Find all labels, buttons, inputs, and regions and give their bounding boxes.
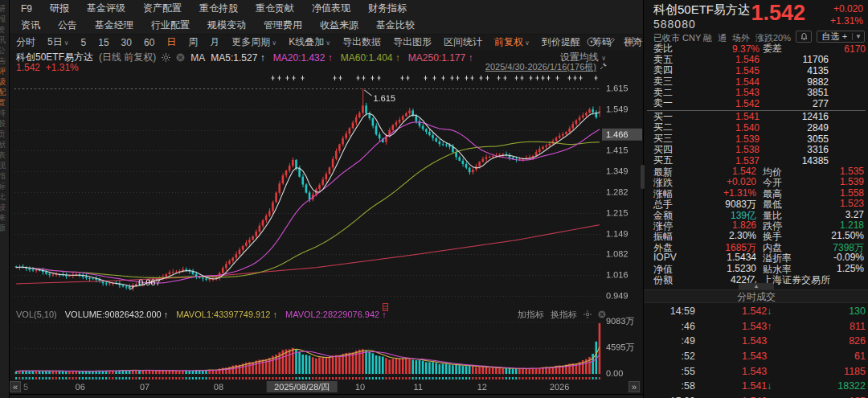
tape-row: :521.54361 bbox=[644, 349, 868, 364]
chart-header: 科创50ETF易方达 (日线 前复权) MA MA5:1.527 ↑MA20:1… bbox=[10, 50, 643, 72]
ma-value: MA60:1.404 ↑ bbox=[341, 52, 400, 64]
trading-app-window: 研报资讯公告评级配置持股贡献表现指标比较来源 F9研报基金评级资产配置重仓持股重… bbox=[0, 0, 868, 398]
chart-price-change: 1.542 +1.31% bbox=[16, 62, 79, 73]
chart-subtitle: (日线 前复权) bbox=[99, 51, 156, 64]
vol-close-icon[interactable] bbox=[598, 310, 606, 318]
toolbar-item-分时[interactable]: 分时 bbox=[16, 35, 35, 49]
tape-row: :491.543826 bbox=[644, 334, 868, 349]
volume-header: VOL(5,10) VOLUME:90826432.000 ↑ MAVOL1:4… bbox=[16, 310, 643, 319]
stat-row: IOPV1.5434溢折率-0.09% bbox=[644, 252, 868, 262]
order-book-row[interactable]: 买三1.5393055 bbox=[644, 133, 868, 145]
ma-value: MA20:1.432 ↑ bbox=[273, 52, 333, 64]
last-price: 1.542 bbox=[751, 1, 805, 26]
ma-prefix: MA bbox=[190, 52, 205, 64]
menu-item-基金评级[interactable]: 基金评级 bbox=[87, 2, 125, 15]
menu-item-净值表现[interactable]: 净值表现 bbox=[312, 2, 350, 15]
stat-row: 振幅2.30%换手21.50% bbox=[644, 230, 868, 240]
stat-row: 外盘1685万内盘7398万 bbox=[644, 241, 868, 252]
menu-item-基金经理[interactable]: 基金经理 bbox=[95, 18, 133, 32]
toolbar-item-15[interactable]: 15 bbox=[98, 37, 108, 48]
watchlist-dropdown-icon[interactable]: ▼ bbox=[852, 33, 864, 40]
order-book-row[interactable]: 卖三1.5449882 bbox=[644, 76, 868, 88]
menu-item-公告[interactable]: 公告 bbox=[58, 18, 77, 32]
date-range-label[interactable]: 2025/4/30-2026/1/16(176根) bbox=[485, 61, 596, 73]
toolbar-item-5日[interactable]: 5日∨ bbox=[47, 35, 69, 49]
close-indicator-icon[interactable] bbox=[176, 53, 185, 62]
pin-icon[interactable] bbox=[600, 62, 608, 70]
quote-tag-融: 融 bbox=[703, 32, 712, 44]
left-edge-strip[interactable]: 研报资讯公告评级配置持股贡献表现指标比较来源 bbox=[0, 0, 10, 398]
menu-item-规模变动[interactable]: 规模变动 bbox=[207, 18, 246, 32]
menu-item-资产配置[interactable]: 资产配置 bbox=[143, 2, 182, 15]
toolbar-item-周[interactable]: 周 bbox=[188, 35, 198, 49]
quote-tag-通: 通 bbox=[718, 32, 727, 44]
stat-row: 金额139亿量比3.27 bbox=[644, 209, 868, 220]
up-arrow-icon: ↑ bbox=[767, 321, 772, 332]
quote-panel: 科创50ETF易方达 588080 1.542 +0.020+1.31% 已收市… bbox=[643, 0, 868, 398]
draw-pen-icon[interactable] bbox=[606, 37, 616, 47]
replay-icon[interactable] bbox=[587, 37, 596, 47]
menu-item-F9[interactable]: F9 bbox=[21, 3, 32, 14]
menu-item-重仓持股[interactable]: 重仓持股 bbox=[199, 2, 238, 15]
gear-icon[interactable] bbox=[162, 53, 170, 62]
tape-title: 分时成交 bbox=[644, 289, 868, 303]
toolbar-item-30[interactable]: 30 bbox=[121, 37, 132, 48]
toolbar-item-5[interactable]: 5 bbox=[81, 37, 87, 48]
stock-name: 科创50ETF易方达 bbox=[653, 2, 750, 18]
stat-row: 最新1.542均价1.535 bbox=[644, 166, 868, 176]
ma-values: MA5:1.527 ↑MA20:1.432 ↑MA60:1.404 ↑MA250… bbox=[211, 52, 473, 64]
menu-item-行业配置[interactable]: 行业配置 bbox=[151, 18, 190, 32]
menu-item-重仓贡献[interactable]: 重仓贡献 bbox=[256, 2, 294, 15]
stat-row: 涨停1.826跌停1.218 bbox=[644, 220, 868, 230]
toolbar-item-导出数据[interactable]: 导出数据 bbox=[342, 35, 381, 49]
tape-row: :581.541↓18322 bbox=[644, 379, 868, 394]
toolbar-item-K线叠加[interactable]: K线叠加∨ bbox=[289, 35, 330, 49]
tape-row: 15:001.542↑165 bbox=[644, 394, 868, 398]
order-book-row[interactable]: 卖一1.542277 bbox=[644, 98, 868, 109]
bottom-cutoff-strip bbox=[10, 394, 643, 398]
left-edge-text: 研报资讯公告评级配置持股贡献表现指标比较来源 bbox=[0, 3, 9, 233]
stat-row: 总手9083万最低1.523 bbox=[644, 198, 868, 208]
menu-item-收益来源[interactable]: 收益来源 bbox=[320, 18, 358, 32]
price-volume-chart[interactable] bbox=[10, 72, 643, 394]
toolbar-item-更多周期[interactable]: 更多周期∨ bbox=[231, 35, 276, 49]
vol-gear-icon[interactable] bbox=[583, 310, 592, 318]
fullscreen-icon[interactable] bbox=[625, 37, 635, 47]
quote-stats: 最新1.542均价1.535涨跌+0.020今开1.539涨幅+1.31%最高1… bbox=[644, 166, 868, 284]
toolbar-item-导出图形[interactable]: 导出图形 bbox=[393, 35, 432, 49]
stat-row: 涨幅+1.31%最高1.558 bbox=[644, 187, 868, 198]
time-and-sales[interactable]: 14:591.542↓130:461.543↑811:491.543826:52… bbox=[644, 304, 868, 398]
order-book: 委比9.37%委差6170卖五1.54611706卖四1.5454135卖三1.… bbox=[644, 43, 868, 166]
order-book-row[interactable]: 卖五1.54611706 bbox=[644, 55, 868, 66]
down-arrow-icon: ↓ bbox=[767, 380, 772, 392]
order-book-row[interactable]: 卖二1.5433851 bbox=[644, 87, 868, 98]
order-book-row[interactable]: 买四1.5383316 bbox=[644, 144, 868, 155]
alert-bell-button[interactable] bbox=[796, 31, 812, 43]
order-book-row[interactable]: 买一1.54112416 bbox=[644, 112, 868, 123]
toolbar-item-区间统计[interactable]: 区间统计 bbox=[444, 35, 482, 49]
collapse-tab[interactable]: ▲ bbox=[739, 283, 774, 289]
menu-item-管理费用[interactable]: 管理费用 bbox=[264, 18, 302, 32]
order-book-row[interactable]: 买五1.53714385 bbox=[644, 155, 868, 166]
menu-item-资讯[interactable]: 资讯 bbox=[21, 18, 40, 32]
menu-row-1: F9研报基金评级资产配置重仓持股重仓贡献净值表现财务指标 bbox=[10, 0, 643, 17]
order-book-row[interactable]: 卖四1.5454135 bbox=[644, 65, 868, 76]
vol-indicator-name[interactable]: VOL(5,10) bbox=[16, 310, 57, 319]
add-indicator-button[interactable]: 加指标 bbox=[518, 309, 544, 321]
menu-item-研报[interactable]: 研报 bbox=[50, 2, 69, 15]
toolbar-item-前复权[interactable]: 前复权∨ bbox=[494, 35, 530, 49]
toolbar-item-月[interactable]: 月 bbox=[210, 35, 219, 49]
toolbar-item-日[interactable]: 日 bbox=[166, 35, 176, 49]
panel-splitter-handle[interactable] bbox=[641, 165, 645, 189]
down-arrow-icon: ↓ bbox=[767, 306, 772, 317]
order-book-row[interactable]: 买二1.5402849 bbox=[644, 122, 868, 133]
bid-ask-ratio-row: 委比9.37%委差6170 bbox=[644, 43, 868, 55]
stat-row: 涨跌+0.020今开1.539 bbox=[644, 176, 868, 187]
menu-row-2: 资讯公告基金经理行业配置规模变动管理费用收益来源基金比较 bbox=[10, 17, 643, 34]
menu-item-财务指标[interactable]: 财务指标 bbox=[368, 2, 407, 15]
watchlist-add-button[interactable]: 自选 +▼ bbox=[817, 31, 865, 43]
toolbar-item-到价提醒[interactable]: 到价提醒 bbox=[542, 35, 580, 49]
menu-item-基金比较[interactable]: 基金比较 bbox=[376, 18, 415, 32]
toolbar-item-60[interactable]: 60 bbox=[144, 37, 154, 48]
switch-indicator-button[interactable]: 换指标 bbox=[551, 309, 577, 321]
